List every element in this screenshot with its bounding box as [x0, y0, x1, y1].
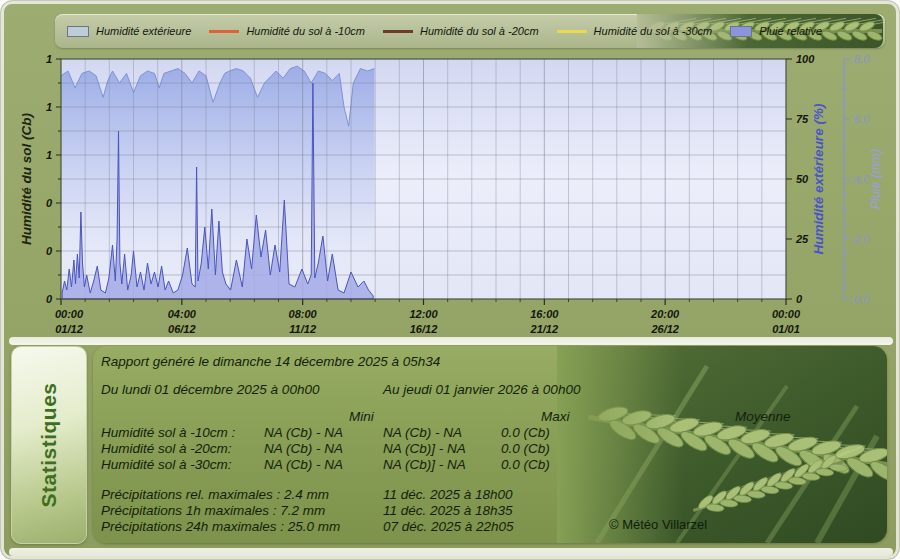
- svg-text:6.0: 6.0: [854, 113, 870, 125]
- soil-row: Humidité sol à -20cm:NA (Cb) - NANA (Cb)…: [101, 441, 701, 457]
- soil-row-cell: 0.0 (Cb): [501, 441, 550, 456]
- statistics-panel: Rapport généré le dimanche 14 décembre 2…: [93, 346, 887, 543]
- svg-text:0: 0: [796, 293, 803, 305]
- svg-text:0.0: 0.0: [854, 293, 870, 305]
- soil-row-cell: NA (Cb) - NA: [383, 425, 462, 440]
- page-footer-band: [9, 548, 893, 556]
- precipitation-cell: Précipitations rel. maximales : 2.4 mm: [101, 487, 329, 502]
- period-from-text: Du lundi 01 décembre 2025 à 00h00: [101, 382, 319, 397]
- precipitation-cell: 11 déc. 2025 à 18h00: [383, 487, 513, 502]
- weather-report-page: Humidité extérieureHumidité du sol à -10…: [0, 0, 900, 560]
- svg-text:100: 100: [796, 53, 815, 65]
- statistics-tab-label: Statistiques: [37, 382, 61, 507]
- precipitation-cell: Précipitations 1h maximales : 7.2 mm: [101, 503, 325, 518]
- svg-text:4.0: 4.0: [854, 173, 870, 185]
- svg-text:11/12: 11/12: [289, 323, 316, 335]
- svg-text:08:00: 08:00: [289, 308, 318, 320]
- chart-svg: 11100000:0001/1204:0006/1208:0011/1212:0…: [1, 1, 900, 346]
- legend-swatch-line: [209, 30, 239, 33]
- svg-text:75: 75: [796, 113, 809, 125]
- svg-text:21/12: 21/12: [530, 323, 559, 335]
- svg-text:00:00: 00:00: [55, 308, 84, 320]
- legend-item: Humidité du sol à -20cm: [383, 25, 539, 37]
- soil-row-cell: NA (Cb) - NA: [264, 441, 343, 456]
- svg-text:25: 25: [795, 233, 809, 245]
- report-generated-text: Rapport généré le dimanche 14 décembre 2…: [101, 354, 440, 369]
- svg-text:16/12: 16/12: [410, 323, 438, 335]
- statistics-tab[interactable]: Statistiques: [11, 346, 87, 544]
- svg-text:26/12: 26/12: [650, 323, 679, 335]
- soil-row-cell: NA (Cb) - NA: [264, 457, 343, 472]
- svg-text:0: 0: [46, 293, 53, 305]
- soil-row-cell: NA (Cb) - NA: [264, 425, 343, 440]
- svg-text:0: 0: [46, 245, 53, 257]
- legend-swatch-box: [67, 26, 89, 37]
- legend-item: Humidité extérieure: [67, 25, 191, 37]
- soil-row-cell: Humidité sol à -10cm :: [101, 425, 235, 440]
- legend-label: Humidité du sol à -20cm: [420, 25, 539, 37]
- svg-text:01/01: 01/01: [772, 323, 800, 335]
- svg-text:8.0: 8.0: [854, 53, 870, 65]
- svg-text:12:00: 12:00: [409, 308, 438, 320]
- svg-text:04:00: 04:00: [168, 308, 197, 320]
- precipitation-cell: 11 déc. 2025 à 18h35: [383, 503, 513, 518]
- period-to-text: Au jeudi 01 janvier 2026 à 00h00: [383, 382, 580, 397]
- legend-label: Humidité du sol à -10cm: [246, 25, 365, 37]
- legend-swatch-box: [730, 26, 752, 37]
- soil-row-cell: Humidité sol à -20cm:: [101, 441, 232, 456]
- legend-label: Humidité extérieure: [96, 25, 191, 37]
- svg-text:50: 50: [796, 173, 809, 185]
- copyright-text: © Météo Villarzel: [609, 517, 707, 532]
- legend-swatch-line: [557, 30, 587, 33]
- soil-row: Humidité sol à -10cm :NA (Cb) - NANA (Cb…: [101, 425, 701, 441]
- legend-items: Humidité extérieureHumidité du sol à -10…: [67, 25, 822, 37]
- precipitation-cell: Précipitations 24h maximales : 25.0 mm: [101, 519, 340, 534]
- svg-text:16:00: 16:00: [530, 308, 559, 320]
- svg-text:Humidité du sol (Cb): Humidité du sol (Cb): [19, 113, 34, 245]
- column-header-moyenne: Moyenne: [735, 409, 791, 424]
- soil-row-cell: NA (Cb)] - NA: [383, 457, 466, 472]
- soil-row-cell: NA (Cb)] - NA: [383, 441, 466, 456]
- legend-item: Humidité du sol à -30cm: [557, 25, 713, 37]
- svg-text:0: 0: [46, 197, 53, 209]
- soil-row-cell: Humidité sol à -30cm:: [101, 457, 232, 472]
- legend-label: Pluie relative: [759, 25, 822, 37]
- column-header-mini: Mini: [349, 409, 374, 424]
- precipitation-cell: 07 déc. 2025 à 22h05: [383, 519, 514, 534]
- svg-text:20:00: 20:00: [650, 308, 680, 320]
- legend-label: Humidité du sol à -30cm: [594, 25, 713, 37]
- svg-text:Pluie (mm): Pluie (mm): [869, 149, 883, 209]
- svg-text:Humidité extérieure (%): Humidité extérieure (%): [811, 103, 826, 254]
- legend-swatch-line: [383, 30, 413, 33]
- column-header-maxi: Maxi: [541, 409, 570, 424]
- precipitation-row: Précipitations rel. maximales : 2.4 mm11…: [101, 487, 701, 503]
- svg-text:00:00: 00:00: [772, 308, 801, 320]
- svg-text:06/12: 06/12: [168, 323, 196, 335]
- svg-text:1: 1: [46, 101, 52, 113]
- section-divider: [9, 337, 893, 345]
- svg-text:2.0: 2.0: [853, 233, 870, 245]
- soil-row-cell: 0.0 (Cb): [501, 457, 550, 472]
- legend-item: Humidité du sol à -10cm: [209, 25, 365, 37]
- soil-row-cell: 0.0 (Cb): [501, 425, 550, 440]
- humidity-rain-chart: 11100000:0001/1204:0006/1208:0011/1212:0…: [1, 1, 900, 346]
- soil-row: Humidité sol à -30cm:NA (Cb) - NANA (Cb)…: [101, 457, 701, 473]
- svg-text:01/12: 01/12: [55, 323, 83, 335]
- svg-text:1: 1: [46, 53, 52, 65]
- legend-item: Pluie relative: [730, 25, 822, 37]
- svg-text:1: 1: [46, 149, 52, 161]
